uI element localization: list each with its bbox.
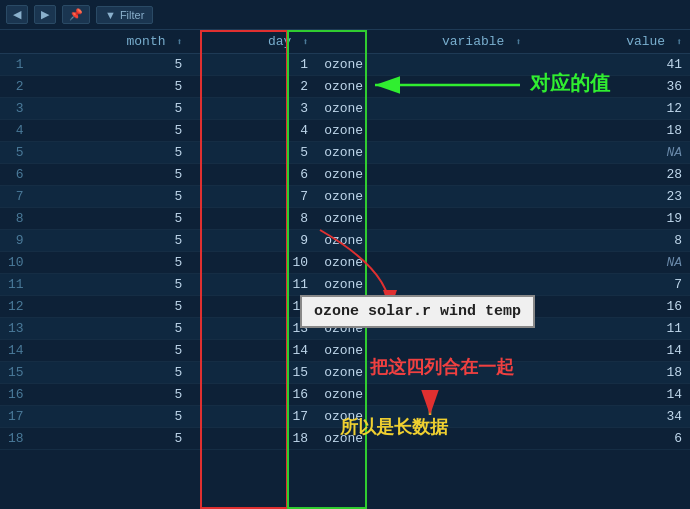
- cell-rownum: 6: [0, 164, 30, 186]
- cell-month: 5: [30, 296, 191, 318]
- cell-day: 16: [190, 384, 316, 406]
- cell-rownum: 16: [0, 384, 30, 406]
- filter-button[interactable]: ▼ Filter: [96, 6, 153, 24]
- cell-month: 5: [30, 120, 191, 142]
- cell-rownum: 10: [0, 252, 30, 274]
- cell-day: 17: [190, 406, 316, 428]
- day-header[interactable]: day ⬆: [190, 30, 316, 54]
- cell-rownum: 5: [0, 142, 30, 164]
- day-sort-icon: ⬆: [302, 36, 308, 48]
- cell-day: 6: [190, 164, 316, 186]
- cell-month: 5: [30, 252, 191, 274]
- cell-day: 18: [190, 428, 316, 450]
- cell-variable: ozone: [316, 98, 529, 120]
- cell-variable: ozone: [316, 120, 529, 142]
- table-body: 151ozone41252ozone36353ozone12454ozone18…: [0, 54, 690, 450]
- cell-value: NA: [529, 252, 690, 274]
- cell-rownum: 15: [0, 362, 30, 384]
- cell-day: 13: [190, 318, 316, 340]
- cell-value: 18: [529, 120, 690, 142]
- cell-month: 5: [30, 274, 191, 296]
- cell-value: 7: [529, 274, 690, 296]
- table-row: 14514ozone14: [0, 340, 690, 362]
- cell-month: 5: [30, 406, 191, 428]
- cell-value: 23: [529, 186, 690, 208]
- table-row: 959ozone8: [0, 230, 690, 252]
- cell-rownum: 3: [0, 98, 30, 120]
- table-row: 858ozone19: [0, 208, 690, 230]
- cell-day: 11: [190, 274, 316, 296]
- cell-month: 5: [30, 318, 191, 340]
- cell-month: 5: [30, 362, 191, 384]
- cell-value: 8: [529, 230, 690, 252]
- cell-rownum: 11: [0, 274, 30, 296]
- cell-value: 28: [529, 164, 690, 186]
- cell-value: 34: [529, 406, 690, 428]
- cell-day: 4: [190, 120, 316, 142]
- cell-month: 5: [30, 164, 191, 186]
- cell-month: 5: [30, 186, 191, 208]
- cell-day: 8: [190, 208, 316, 230]
- variable-header-label: variable: [442, 34, 504, 49]
- cell-value: 6: [529, 428, 690, 450]
- cell-value: 11: [529, 318, 690, 340]
- value-sort-icon: ⬆: [676, 36, 682, 48]
- cell-variable: ozone: [316, 230, 529, 252]
- cell-month: 5: [30, 98, 191, 120]
- forward-button[interactable]: ▶: [34, 5, 56, 24]
- cell-value: 14: [529, 384, 690, 406]
- month-sort-icon: ⬆: [176, 36, 182, 48]
- cell-variable: ozone: [316, 384, 529, 406]
- filter-label: Filter: [120, 9, 144, 21]
- cell-month: 5: [30, 428, 191, 450]
- table-header-row: month ⬆ day ⬆ variable ⬆ value ⬆: [0, 30, 690, 54]
- back-button[interactable]: ◀: [6, 5, 28, 24]
- cell-variable: ozone: [316, 274, 529, 296]
- cell-variable: ozone: [316, 164, 529, 186]
- cell-variable: ozone: [316, 208, 529, 230]
- code-box: ozone solar.r wind temp: [300, 295, 535, 328]
- table-row: 353ozone12: [0, 98, 690, 120]
- cell-month: 5: [30, 76, 191, 98]
- cell-value: 12: [529, 98, 690, 120]
- cell-rownum: 18: [0, 428, 30, 450]
- cell-value: 18: [529, 362, 690, 384]
- cell-value: 16: [529, 296, 690, 318]
- cell-month: 5: [30, 54, 191, 76]
- table-row: 454ozone18: [0, 120, 690, 142]
- cell-value: NA: [529, 142, 690, 164]
- annotation-long: 所以是长数据: [340, 415, 448, 439]
- cell-variable: ozone: [316, 142, 529, 164]
- cell-rownum: 17: [0, 406, 30, 428]
- filter-icon: ▼: [105, 9, 116, 21]
- cell-rownum: 2: [0, 76, 30, 98]
- day-header-label: day: [268, 34, 291, 49]
- cell-month: 5: [30, 230, 191, 252]
- pin-button[interactable]: 📌: [62, 5, 90, 24]
- cell-rownum: 8: [0, 208, 30, 230]
- cell-rownum: 12: [0, 296, 30, 318]
- month-header-label: month: [126, 34, 165, 49]
- variable-header[interactable]: variable ⬆: [316, 30, 529, 54]
- cell-rownum: 13: [0, 318, 30, 340]
- cell-day: 1: [190, 54, 316, 76]
- month-header[interactable]: month ⬆: [30, 30, 191, 54]
- cell-day: 10: [190, 252, 316, 274]
- cell-variable: ozone: [316, 252, 529, 274]
- variable-sort-icon: ⬆: [515, 36, 521, 48]
- cell-month: 5: [30, 142, 191, 164]
- cell-variable: ozone: [316, 76, 529, 98]
- table-row: 555ozoneNA: [0, 142, 690, 164]
- table-row: 15515ozone18: [0, 362, 690, 384]
- cell-day: 14: [190, 340, 316, 362]
- value-header-label: value: [626, 34, 665, 49]
- cell-value: 14: [529, 340, 690, 362]
- cell-value: 19: [529, 208, 690, 230]
- table-row: 16516ozone14: [0, 384, 690, 406]
- value-header[interactable]: value ⬆: [529, 30, 690, 54]
- cell-day: 12: [190, 296, 316, 318]
- cell-month: 5: [30, 384, 191, 406]
- toolbar: ◀ ▶ 📌 ▼ Filter: [0, 0, 690, 30]
- table-row: 757ozone23: [0, 186, 690, 208]
- annotation-merge: 把这四列合在一起: [370, 355, 514, 379]
